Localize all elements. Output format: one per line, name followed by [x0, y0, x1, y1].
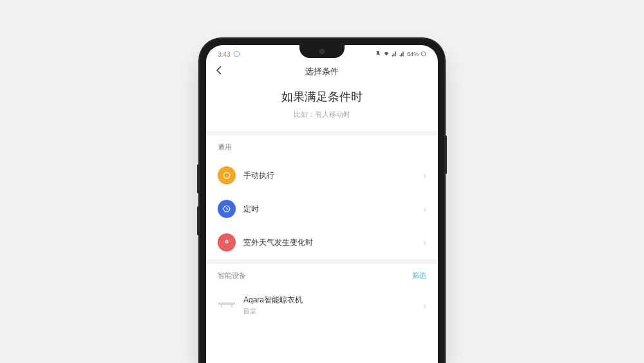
nav-title: 选择条件 [216, 66, 428, 77]
page-subtitle: 比如：有人移动时 [219, 110, 425, 119]
item-sublabel: 卧室 [243, 307, 423, 316]
screen: 3:43 64% [206, 45, 438, 363]
chevron-right-icon: › [423, 237, 426, 248]
weather-icon [233, 50, 240, 59]
chevron-right-icon: › [423, 170, 426, 181]
item-label: 定时 [243, 204, 423, 215]
section-title: 通用 [218, 142, 232, 152]
wifi-icon [383, 50, 390, 58]
manual-icon [218, 166, 236, 184]
phone-frame: 3:43 64% [200, 39, 444, 363]
volume-button [197, 206, 200, 235]
battery-icon [421, 51, 426, 58]
page-title: 如果满足条件时 [219, 89, 425, 104]
notch [299, 45, 345, 58]
mute-icon [375, 50, 381, 58]
weather-change-icon [218, 233, 236, 251]
list-item-timer[interactable]: 定时 › [206, 192, 438, 226]
signal-icon-2 [399, 51, 405, 58]
front-camera [319, 49, 325, 54]
svg-point-2 [421, 52, 426, 56]
page-header: 如果满足条件时 比如：有人移动时 [206, 83, 438, 131]
item-label: Aqara智能晾衣机 [243, 295, 423, 306]
chevron-right-icon: › [423, 300, 426, 311]
item-label: 室外天气发生变化时 [243, 237, 423, 248]
svg-point-0 [234, 51, 240, 56]
filter-link[interactable]: 筛选 [412, 271, 426, 280]
section-divider [206, 259, 438, 264]
section-header-general: 通用 [206, 136, 438, 159]
status-time: 3:43 [218, 51, 230, 58]
timer-icon [218, 200, 236, 218]
list-item-manual[interactable]: 手动执行 › [206, 159, 438, 192]
section-title: 智能设备 [218, 271, 246, 280]
back-button[interactable] [216, 65, 222, 79]
svg-rect-6 [219, 303, 234, 304]
chevron-right-icon: › [423, 204, 426, 214]
section-divider [206, 131, 438, 136]
nav-bar: 选择条件 [206, 61, 438, 83]
svg-point-3 [223, 172, 229, 178]
list-item-weather[interactable]: 室外天气发生变化时 › [206, 226, 438, 259]
section-header-devices: 智能设备 筛选 [206, 264, 438, 287]
clothes-hanger-icon [218, 300, 236, 311]
battery-text: 64% [407, 51, 419, 57]
signal-icon [392, 51, 397, 58]
svg-point-5 [225, 240, 228, 243]
list-item-device-aqara[interactable]: Aqara智能晾衣机 卧室 › [206, 287, 438, 324]
item-label: 手动执行 [243, 170, 423, 181]
